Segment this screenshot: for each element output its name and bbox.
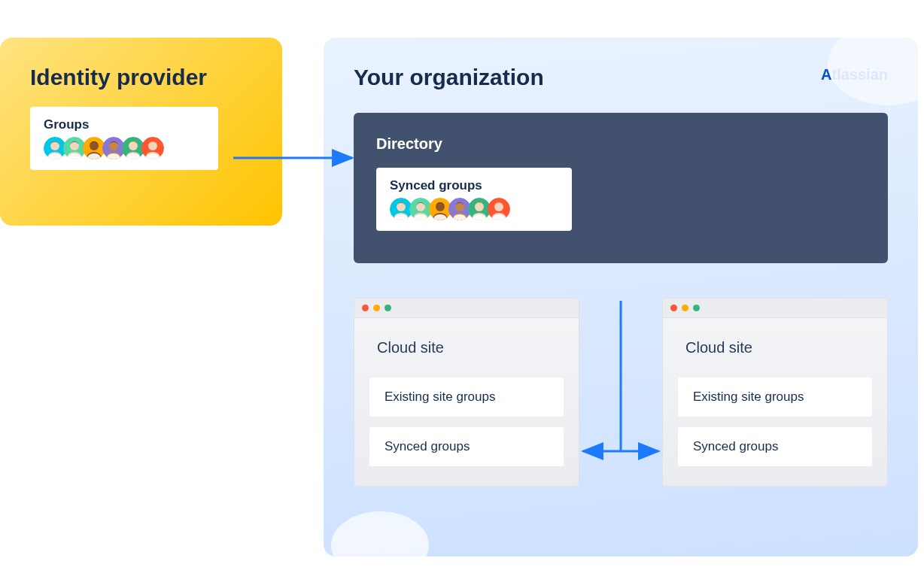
svg-point-19	[455, 202, 464, 211]
red-traffic-light-icon	[362, 305, 369, 311]
groups-avatars	[44, 137, 205, 159]
cloud-site-title: Cloud site	[369, 339, 564, 356]
cloud-site-title: Cloud site	[678, 339, 872, 356]
svg-point-21	[475, 202, 484, 211]
directory-title: Directory	[376, 135, 865, 153]
decorative-cloud-icon	[828, 38, 918, 105]
synced-groups-title: Synced groups	[390, 178, 558, 193]
avatar-6-icon	[488, 198, 510, 220]
svg-point-7	[109, 141, 118, 150]
synced-groups-avatars	[390, 198, 558, 220]
synced-groups-card: Synced groups	[376, 168, 572, 231]
svg-point-11	[148, 141, 157, 150]
svg-point-9	[129, 141, 138, 150]
cloud-site-window: Cloud siteExisting site groupsSynced gro…	[354, 298, 579, 487]
groups-card: Groups	[30, 107, 218, 170]
cloud-site-row: Existing site groups	[678, 377, 872, 417]
organization-header: Your organization Atlassian	[354, 65, 888, 90]
svg-point-3	[70, 141, 79, 150]
window-titlebar	[663, 299, 887, 318]
organization-title: Your organization	[354, 65, 544, 90]
cloud-site-body: Cloud siteExisting site groupsSynced gro…	[663, 318, 887, 486]
svg-point-23	[494, 202, 503, 211]
cloud-site-row: Synced groups	[369, 427, 564, 466]
green-traffic-light-icon	[693, 305, 700, 311]
svg-point-5	[90, 141, 99, 150]
identity-provider-title: Identity provider	[30, 65, 255, 90]
red-traffic-light-icon	[670, 305, 677, 311]
cloud-site-body: Cloud siteExisting site groupsSynced gro…	[354, 318, 579, 486]
svg-point-1	[50, 141, 59, 150]
cloud-sites-row: Cloud siteExisting site groupsSynced gro…	[354, 298, 888, 487]
cloud-site-row: Existing site groups	[369, 377, 564, 417]
avatar-6-icon	[141, 137, 164, 159]
directory-block: Directory Synced groups	[354, 113, 888, 263]
organization-panel: Your organization Atlassian Directory Sy…	[324, 38, 918, 556]
decorative-cloud-icon	[331, 511, 429, 556]
yellow-traffic-light-icon	[682, 305, 688, 311]
green-traffic-light-icon	[384, 305, 391, 311]
svg-point-13	[397, 202, 406, 211]
window-titlebar	[354, 299, 579, 318]
svg-point-15	[416, 202, 425, 211]
svg-point-17	[436, 202, 445, 211]
cloud-site-row: Synced groups	[678, 427, 872, 466]
yellow-traffic-light-icon	[373, 305, 380, 311]
identity-provider-panel: Identity provider Groups	[0, 38, 282, 226]
cloud-site-window: Cloud siteExisting site groupsSynced gro…	[662, 298, 888, 487]
groups-card-title: Groups	[44, 117, 205, 132]
